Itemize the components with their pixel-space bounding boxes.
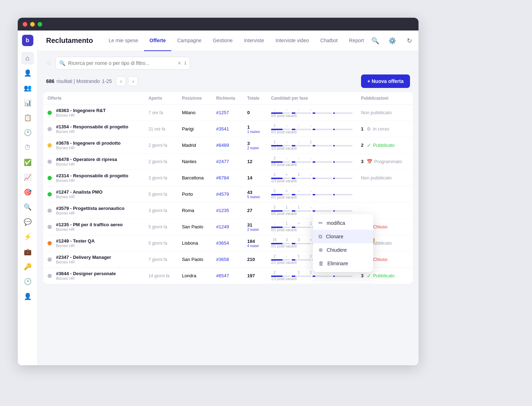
posti-vacanti: 0/5 posti vacanti (271, 163, 352, 167)
position-link[interactable]: #6547 (216, 273, 229, 278)
nav-chatbot[interactable]: Chatbot (315, 30, 343, 51)
ctx-eliminare[interactable]: 🗑 Eliminare (313, 257, 373, 270)
close-dot[interactable] (23, 22, 27, 27)
position-link[interactable]: #1235 (216, 208, 229, 213)
logo-icon[interactable]: b (22, 35, 33, 46)
cand-num: 2 (271, 271, 278, 274)
pub-label: Non pubblicato (361, 110, 392, 115)
sidebar-item-chat[interactable]: 💬 (21, 216, 34, 228)
cand-bar-fill (271, 194, 283, 195)
posti-vacanti: 1/3 posti vacanti (271, 179, 352, 183)
nav-offerte[interactable]: Offerte (144, 30, 172, 51)
cell-totale: 27 (243, 202, 267, 219)
total-count: 197 (247, 273, 262, 278)
cand-num: - (307, 107, 314, 111)
sidebar-item-clock[interactable]: 🕐 (21, 126, 34, 139)
cand-num: - (307, 205, 314, 209)
search-button[interactable]: 🔍 (370, 35, 381, 46)
cand-bar-fill (292, 259, 295, 261)
position-link[interactable]: #4579 (216, 191, 229, 197)
col-posizione: Posizione (178, 92, 212, 105)
search-input[interactable] (68, 60, 174, 66)
table-row[interactable]: #3678 - Ingegnere di prodotto Bizneo HR … (43, 137, 413, 154)
new-offer-button[interactable]: + Nuova offerta (361, 74, 410, 88)
ctx-chiudere-label: Chiudere (327, 247, 347, 253)
sidebar-item-person[interactable]: 👤 (21, 67, 34, 79)
sidebar-item-lightning[interactable]: ⚡ (21, 230, 34, 243)
position-link[interactable]: #1249 (216, 224, 229, 229)
sidebar-item-key[interactable]: 🔑 (21, 260, 34, 273)
nav-campagne[interactable]: Campagne (171, 30, 207, 51)
maximize-dot[interactable] (38, 22, 42, 27)
prev-page-button[interactable]: ‹ (116, 76, 126, 86)
candidati-bar: 1--- 0/1 posti vacanti (271, 124, 352, 134)
table-row[interactable]: #2314 - Responsabile di progetto Bizneo … (43, 170, 413, 186)
ctx-clonare[interactable]: ⧉ Clonare (313, 230, 373, 243)
position-link[interactable]: #2477 (216, 159, 229, 164)
position-link[interactable]: #3654 (216, 240, 229, 246)
table-row[interactable]: #1247 - Analista PMO Bizneo HR 5 giorni … (43, 186, 413, 202)
next-page-button[interactable]: › (128, 76, 138, 86)
position-link[interactable]: #6489 (216, 143, 229, 148)
candidati-bar: 1--1 1/1 posti vacanti (271, 140, 352, 150)
offer-company: Bizneo HR (56, 113, 106, 117)
settings-button[interactable]: ⚙️ (387, 35, 398, 46)
cell-aperto: 5 giorni fa (144, 186, 178, 202)
nav-le-mie-spese[interactable]: Le mie spese (103, 30, 144, 51)
search-icon: 🔍 (59, 60, 65, 66)
nav-report[interactable]: Report (343, 30, 370, 51)
table-row[interactable]: #6478 - Operatore di ripresa Bizneo HR 2… (43, 154, 413, 170)
edit-icon: ✏ (318, 220, 323, 226)
cand-bar-fill (292, 276, 295, 277)
cand-bar-fill (292, 112, 295, 114)
cand-num: 1 (295, 254, 302, 258)
nav-links: Le mie spese Offerte Campagne Gestione I… (103, 30, 370, 51)
position-link[interactable]: #3541 (216, 126, 229, 132)
table-row[interactable]: #1354 - Responsabile di progetto Bizneo … (43, 121, 413, 137)
sidebar-item-history[interactable]: 🕑 (21, 275, 34, 288)
sidebar-item-clock2[interactable]: ⏱ (21, 141, 34, 154)
minimize-dot[interactable] (30, 22, 35, 27)
star-button[interactable]: ☆ (46, 59, 52, 67)
nav-interviste-video[interactable]: Interviste video (270, 30, 315, 51)
context-menu: ✏ modifica ⧉ Clonare ⊗ Chiudere 🗑 Elimin… (313, 214, 373, 272)
table-row[interactable]: #8363 - Ingegnere R&T Bizneo HR 7 ore fa… (43, 105, 413, 121)
time-ago: 3 giorni fa (149, 208, 167, 213)
cand-bar-fill (271, 227, 283, 228)
position-link[interactable]: #1257 (216, 110, 229, 115)
cand-bar-segment (312, 178, 332, 179)
offer-company: Bizneo HR (56, 195, 102, 199)
cell-aperto: 5 giorni fa (144, 235, 178, 251)
sidebar-item-person2[interactable]: 👤 (21, 290, 34, 303)
cand-bar-segment (312, 276, 332, 277)
sidebar-item-briefcase[interactable]: 💼 (21, 245, 34, 258)
ctx-modifica[interactable]: ✏ modifica (313, 216, 373, 230)
refresh-button[interactable]: ↻ (404, 35, 415, 46)
sidebar-item-check[interactable]: ✅ (21, 156, 34, 169)
sidebar-item-search[interactable]: 🔍 (21, 201, 34, 213)
nav-interviste[interactable]: Interviste (238, 30, 270, 51)
ctx-chiudere[interactable]: ⊗ Chiudere (313, 243, 373, 257)
search-box[interactable]: 🔍 ✕ ℹ (55, 57, 190, 69)
sidebar-item-target[interactable]: 🎯 (21, 186, 34, 199)
info-button[interactable]: ℹ (184, 60, 186, 66)
offer-name: #2314 - Responsabile di progetto (56, 173, 128, 178)
position-link[interactable]: #6784 (216, 175, 229, 180)
sidebar-item-home[interactable]: ⌂ (21, 52, 34, 65)
cand-num: 3 (283, 238, 290, 242)
status-dot (48, 241, 52, 245)
status-dot (48, 160, 52, 164)
cell-posizione: Roma (178, 202, 212, 219)
nav-gestione[interactable]: Gestione (207, 30, 238, 51)
position-link[interactable]: #3658 (216, 257, 229, 262)
cand-bar-segment (333, 161, 353, 163)
sidebar-item-chart[interactable]: 📊 (21, 96, 34, 109)
cell-richiesta: #6489 (212, 137, 243, 154)
clear-button[interactable]: ✕ (177, 60, 182, 66)
pagination: ‹ › (116, 76, 138, 86)
sidebar-item-trending[interactable]: 📈 (21, 171, 34, 184)
sidebar-item-clipboard[interactable]: 📋 (21, 111, 34, 124)
results-range: 1-25 (102, 78, 112, 84)
sidebar-item-people[interactable]: 👥 (21, 82, 34, 94)
cand-bar-fill (292, 161, 295, 163)
